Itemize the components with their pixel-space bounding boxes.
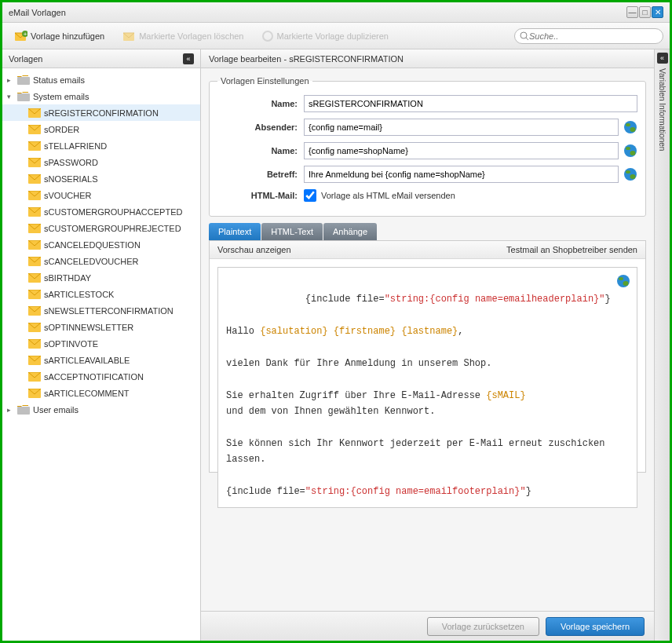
svg-point-51 bbox=[624, 144, 637, 157]
item-label: sVOUCHER bbox=[44, 191, 92, 200]
htmlmail-checkbox[interactable] bbox=[304, 189, 316, 202]
duplicate-template-label: Markierte Vorlage duplizieren bbox=[276, 31, 388, 41]
tree-item[interactable]: sOPTINVOTE bbox=[2, 335, 200, 352]
maximize-button[interactable]: □ bbox=[639, 6, 651, 18]
item-label: sCUSTOMERGROUPHREJECTED bbox=[44, 224, 181, 233]
tree-item[interactable]: sARTICLECOMMENT bbox=[2, 385, 200, 401]
minimize-button[interactable]: — bbox=[626, 6, 638, 18]
tree-folder[interactable]: ▸Status emails bbox=[2, 71, 200, 88]
folder-icon bbox=[17, 405, 30, 415]
template-tree: ▸Status emails▾System emailssREGISTERCON… bbox=[2, 68, 200, 641]
tree-item[interactable]: sORDER bbox=[2, 121, 200, 137]
reset-button[interactable]: Vorlage zurücksetzen bbox=[427, 617, 539, 636]
variables-panel-title: Variablen Informationen bbox=[658, 68, 667, 151]
window-title: eMail Vorlagen bbox=[9, 8, 66, 17]
svg-point-7 bbox=[520, 32, 527, 38]
label-name: Name: bbox=[217, 99, 304, 108]
globe-icon[interactable] bbox=[623, 144, 637, 158]
svg-text:+: + bbox=[24, 31, 27, 38]
tree-item[interactable]: sVOUCHER bbox=[2, 187, 200, 203]
sidebar: Vorlagen « ▸Status emails▾System emailss… bbox=[2, 49, 201, 641]
svg-point-52 bbox=[626, 147, 630, 150]
tree-item[interactable]: sNOSERIALS bbox=[2, 170, 200, 187]
search-box[interactable] bbox=[514, 28, 663, 44]
tree-item[interactable]: sREGISTERCONFIRMATION bbox=[2, 104, 200, 121]
svg-point-53 bbox=[630, 151, 636, 155]
tab-htmltext[interactable]: HTML-Text bbox=[261, 223, 323, 240]
variables-panel[interactable]: « Variablen Informationen bbox=[654, 49, 670, 641]
mail-add-icon: + bbox=[15, 31, 27, 42]
preview-link[interactable]: Vorschau anzeigen bbox=[217, 245, 291, 254]
item-label: sORDER bbox=[44, 125, 79, 134]
htmlmail-hint: Vorlage als HTML eMail versenden bbox=[321, 191, 455, 200]
item-label: sARTICLECOMMENT bbox=[44, 389, 130, 398]
tree-folder[interactable]: ▾System emails bbox=[2, 88, 200, 104]
plaintext-editor[interactable]: {include file="string:{config name=email… bbox=[217, 267, 637, 508]
mail-icon bbox=[28, 174, 41, 184]
close-button[interactable]: ✕ bbox=[652, 6, 663, 18]
tree-item[interactable]: sOPTINNEWSLETTER bbox=[2, 319, 200, 335]
item-label: sNOSERIALS bbox=[44, 174, 97, 184]
mail-icon bbox=[28, 356, 41, 365]
mail-icon bbox=[28, 323, 41, 332]
testmail-link[interactable]: Testmail an Shopbetreiber senden bbox=[506, 245, 637, 254]
tree-item[interactable]: sARTICLESTOCK bbox=[2, 286, 200, 302]
item-label: sCANCELEDQUESTION bbox=[44, 240, 141, 250]
svg-rect-47 bbox=[17, 407, 30, 415]
globe-icon[interactable] bbox=[623, 167, 637, 181]
tree-item[interactable]: sCUSTOMERGROUPHACCEPTED bbox=[2, 203, 200, 220]
item-label: sACCEPTNOTIFICATION bbox=[44, 372, 144, 382]
svg-point-55 bbox=[626, 170, 630, 174]
tree-item[interactable]: sARTICLEAVAILABLE bbox=[2, 352, 200, 368]
collapse-sidebar-button[interactable]: « bbox=[183, 53, 194, 64]
folder-icon bbox=[17, 75, 30, 85]
mail-icon bbox=[28, 389, 41, 398]
label-sender: Absender: bbox=[217, 122, 304, 132]
svg-rect-10 bbox=[17, 93, 30, 101]
svg-point-57 bbox=[617, 275, 630, 287]
tree-item[interactable]: sNEWSLETTERCONFIRMATION bbox=[2, 302, 200, 319]
folder-label: User emails bbox=[33, 405, 79, 415]
expand-icon: ▸ bbox=[7, 76, 14, 84]
tab-anhnge[interactable]: Anhänge bbox=[323, 223, 377, 240]
tree-item[interactable]: sACCEPTNOTIFICATION bbox=[2, 368, 200, 385]
tree-item[interactable]: sPASSWORD bbox=[2, 154, 200, 170]
shopname-input[interactable] bbox=[304, 142, 619, 159]
globe-icon[interactable] bbox=[616, 274, 630, 288]
mail-icon bbox=[28, 141, 41, 151]
tree-item[interactable]: sBIRTHDAY bbox=[2, 269, 200, 286]
editor-title: Vorlage bearbeiten - sREGISTERCONFIRMATI… bbox=[209, 54, 404, 64]
template-settings: Vorlagen Einstellungen Name: Absender: bbox=[209, 76, 646, 217]
item-label: sOPTINVOTE bbox=[44, 339, 98, 349]
mail-icon bbox=[28, 125, 41, 134]
toolbar: + Vorlage hinzufügen Markierte Vorlagen … bbox=[2, 23, 670, 49]
save-button[interactable]: Vorlage speichern bbox=[546, 617, 645, 636]
folder-label: System emails bbox=[33, 92, 89, 101]
label-name2: Name: bbox=[217, 146, 304, 155]
collapse-right-button[interactable]: « bbox=[657, 53, 668, 64]
globe-icon[interactable] bbox=[623, 120, 637, 134]
tree-item[interactable]: sTELLAFRIEND bbox=[2, 137, 200, 154]
tree-item[interactable]: sCANCELEDVOUCHER bbox=[2, 253, 200, 269]
content-tabs: PlaintextHTML-TextAnhänge bbox=[209, 223, 646, 240]
sender-input[interactable] bbox=[304, 119, 619, 136]
name-input[interactable] bbox=[304, 95, 637, 112]
item-label: sNEWSLETTERCONFIRMATION bbox=[44, 306, 173, 316]
svg-point-59 bbox=[623, 281, 629, 286]
add-template-button[interactable]: + Vorlage hinzufügen bbox=[9, 28, 111, 44]
mail-icon bbox=[28, 273, 41, 283]
tree-item[interactable]: sCUSTOMERGROUPHREJECTED bbox=[2, 220, 200, 236]
mail-icon bbox=[28, 191, 41, 200]
item-label: sARTICLEAVAILABLE bbox=[44, 356, 130, 365]
tree-item[interactable]: sCANCELEDQUESTION bbox=[2, 236, 200, 253]
tree-folder[interactable]: ▸User emails bbox=[2, 401, 200, 418]
mail-delete-icon bbox=[123, 31, 136, 42]
item-label: sCUSTOMERGROUPHACCEPTED bbox=[44, 207, 182, 217]
delete-templates-label: Markierte Vorlagen löschen bbox=[139, 31, 243, 41]
subject-input[interactable] bbox=[304, 166, 619, 183]
folder-icon bbox=[17, 92, 30, 101]
search-input[interactable] bbox=[529, 31, 658, 41]
tab-plaintext[interactable]: Plaintext bbox=[209, 223, 261, 240]
mail-icon bbox=[28, 224, 41, 233]
mail-icon bbox=[28, 108, 41, 118]
